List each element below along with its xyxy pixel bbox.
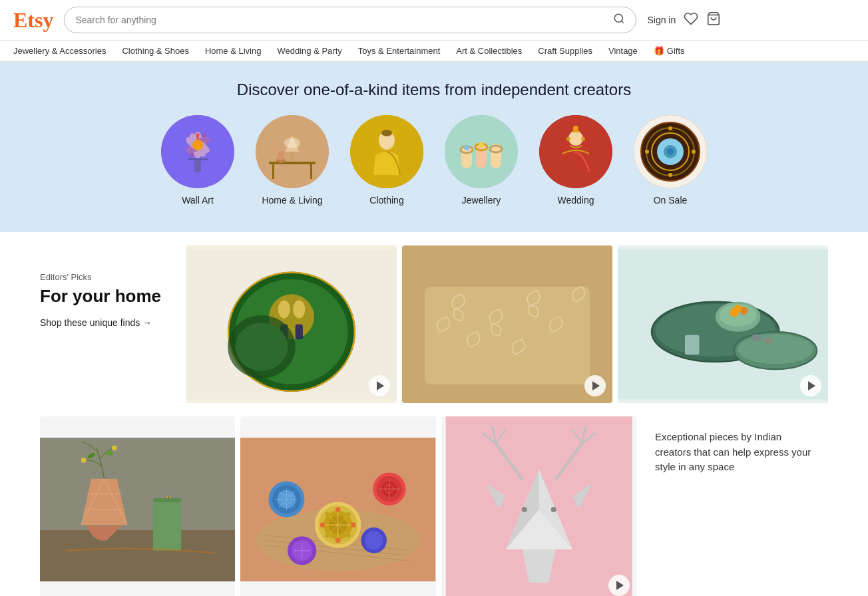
svg-point-39 xyxy=(573,126,578,131)
svg-point-57 xyxy=(278,300,290,318)
svg-rect-18 xyxy=(310,164,312,179)
svg-rect-90 xyxy=(153,498,181,502)
header: Etsy Sign in xyxy=(0,0,868,41)
category-circle-clothing xyxy=(350,115,423,188)
play-button-3[interactable] xyxy=(800,375,821,396)
hero-headline: Discover one-of-a-kind items from indepe… xyxy=(13,80,855,99)
svg-point-77 xyxy=(752,334,762,341)
svg-rect-13 xyxy=(188,158,208,160)
product-tile-5[interactable] xyxy=(240,416,435,596)
category-wall-art[interactable]: Wall Art xyxy=(161,115,234,206)
svg-rect-22 xyxy=(278,151,284,160)
svg-point-86 xyxy=(112,446,117,451)
product-tile-3[interactable] xyxy=(618,245,828,403)
svg-point-149 xyxy=(521,507,527,512)
play-button-2[interactable] xyxy=(584,375,606,396)
category-circle-home-living xyxy=(256,115,329,188)
category-wedding[interactable]: Wedding xyxy=(539,115,612,206)
editors-picks-left: Editors' Picks For your home Shop these … xyxy=(40,245,173,328)
bottom-section: Exceptional pieces by Indian creators th… xyxy=(0,416,868,596)
nav-item-art[interactable]: Art & Collectibles xyxy=(456,46,522,56)
svg-point-49 xyxy=(668,126,672,130)
svg-point-75 xyxy=(734,305,742,312)
svg-rect-60 xyxy=(296,325,303,340)
svg-rect-76 xyxy=(686,335,699,354)
category-label-jewellery: Jewellery xyxy=(462,195,501,206)
cart-button[interactable] xyxy=(706,11,721,29)
svg-point-112 xyxy=(347,533,351,537)
svg-rect-14 xyxy=(194,160,201,172)
svg-point-0 xyxy=(615,14,623,22)
nav-item-clothing[interactable]: Clothing & Shoes xyxy=(122,46,188,56)
category-home-living[interactable]: Home & Living xyxy=(256,115,329,206)
nav-item-home[interactable]: Home & Living xyxy=(205,46,262,56)
svg-point-78 xyxy=(763,338,773,344)
svg-rect-20 xyxy=(290,152,294,161)
product-tile-1[interactable] xyxy=(186,245,397,403)
hero-section: Discover one-of-a-kind items from indepe… xyxy=(0,62,868,232)
category-label-clothing: Clothing xyxy=(369,195,403,206)
svg-point-150 xyxy=(550,507,556,512)
bottom-description: Exceptional pieces by Indian creators th… xyxy=(655,430,815,475)
nav-item-toys[interactable]: Toys & Entertainment xyxy=(358,46,441,56)
category-label-home-living: Home & Living xyxy=(262,195,322,206)
main-nav: Jewellery & Accessories Clothing & Shoes… xyxy=(0,41,868,62)
category-clothing[interactable]: Clothing xyxy=(350,115,423,206)
search-bar xyxy=(64,7,636,33)
svg-point-107 xyxy=(320,522,326,527)
gift-icon: 🎁 xyxy=(654,46,664,56)
play-button-1[interactable] xyxy=(369,375,390,396)
svg-point-48 xyxy=(667,148,674,155)
svg-point-23 xyxy=(284,138,300,148)
svg-rect-17 xyxy=(272,164,274,179)
nav-item-craft[interactable]: Craft Supplies xyxy=(538,46,592,56)
svg-point-63 xyxy=(235,323,288,371)
category-on-sale[interactable]: On Sale xyxy=(634,115,707,206)
svg-point-108 xyxy=(351,522,356,527)
svg-point-85 xyxy=(81,458,87,463)
nav-item-gifts[interactable]: 🎁 Gifts xyxy=(654,46,685,56)
category-jewellery[interactable]: Jewellery xyxy=(445,115,518,206)
svg-point-50 xyxy=(668,173,672,177)
svg-point-106 xyxy=(335,537,341,543)
bottom-right-text: Exceptional pieces by Indian creators th… xyxy=(642,416,828,488)
product-tile-4[interactable] xyxy=(40,416,235,596)
category-circle-on-sale xyxy=(634,115,707,188)
svg-line-1 xyxy=(622,21,624,23)
svg-rect-65 xyxy=(425,287,590,384)
nav-item-vintage[interactable]: Vintage xyxy=(608,46,638,56)
play-button-6[interactable] xyxy=(608,575,630,596)
svg-point-58 xyxy=(293,300,305,318)
category-label-wall-art: Wall Art xyxy=(182,195,214,206)
product-tile-6[interactable] xyxy=(441,416,636,596)
svg-point-9 xyxy=(192,140,203,150)
nav-item-jewellery[interactable]: Jewellery & Accessories xyxy=(13,46,106,56)
svg-point-51 xyxy=(645,150,649,154)
svg-point-111 xyxy=(326,533,329,537)
product-tile-2[interactable] xyxy=(402,245,612,403)
svg-point-41 xyxy=(581,137,585,141)
category-circles: Wall Art xyxy=(13,115,855,219)
svg-point-27 xyxy=(381,130,392,136)
favorites-button[interactable] xyxy=(684,11,698,29)
svg-rect-16 xyxy=(269,162,316,164)
svg-point-38 xyxy=(568,131,583,146)
svg-point-70 xyxy=(738,334,813,364)
svg-point-35 xyxy=(479,142,484,148)
svg-point-105 xyxy=(335,507,341,512)
svg-point-52 xyxy=(692,150,696,154)
search-input[interactable] xyxy=(75,15,613,25)
editors-picks-section: Editors' Picks For your home Shop these … xyxy=(0,232,868,416)
category-circle-jewellery xyxy=(445,115,518,188)
category-label-on-sale: On Sale xyxy=(654,195,688,206)
editors-label: Editors' Picks xyxy=(40,272,173,282)
category-label-wedding: Wedding xyxy=(557,195,594,206)
shop-link[interactable]: Shop these unique finds → xyxy=(40,317,173,328)
nav-item-wedding[interactable]: Wedding & Party xyxy=(277,46,341,56)
product-grid-top xyxy=(186,245,828,403)
svg-point-110 xyxy=(347,512,351,516)
etsy-logo[interactable]: Etsy xyxy=(13,8,53,33)
search-button[interactable] xyxy=(613,13,625,27)
sign-in-button[interactable]: Sign in xyxy=(647,15,676,25)
header-actions: Sign in xyxy=(647,11,721,29)
